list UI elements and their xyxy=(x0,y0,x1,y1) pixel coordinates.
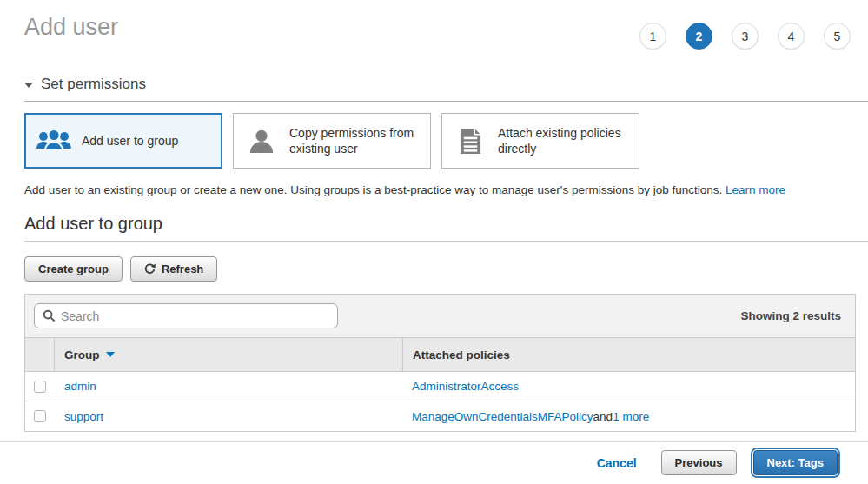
select-all-cell xyxy=(25,338,55,371)
row-checkbox[interactable] xyxy=(34,410,46,422)
search-input[interactable] xyxy=(61,309,329,323)
section-description: Add user to an existing group or create … xyxy=(24,183,856,196)
card-add-user-to-group[interactable]: Add user to group xyxy=(24,113,222,169)
group-column-label: Group xyxy=(64,348,100,361)
column-header-group[interactable]: Group xyxy=(55,338,402,371)
policy-link[interactable]: ManageOwnCredentialsMFAPolicy xyxy=(412,410,593,423)
description-text: Add user to an existing group or create … xyxy=(24,183,726,196)
card-label: Add user to group xyxy=(82,133,178,149)
policy-document-icon xyxy=(451,128,489,155)
row-checkbox-cell xyxy=(25,372,55,401)
group-link[interactable]: support xyxy=(64,410,103,423)
permission-option-cards: Add user to group Copy permissions from … xyxy=(24,113,856,169)
refresh-label: Refresh xyxy=(162,262,203,275)
refresh-icon xyxy=(144,263,156,275)
policies-cell: AdministratorAccess xyxy=(402,372,855,401)
groups-table: Showing 2 results Group Attached policie… xyxy=(24,294,856,432)
and-text: and xyxy=(593,410,613,423)
wizard-footer: Cancel Previous Next: Tags xyxy=(24,442,856,483)
page: Add user 1 2 3 4 5 Set permissions xyxy=(0,14,868,484)
search-icon xyxy=(43,309,56,322)
policies-cell: ManageOwnCredentialsMFAPolicy and 1 more xyxy=(402,401,855,431)
column-header-attached-policies: Attached policies xyxy=(402,338,855,371)
row-checkbox[interactable] xyxy=(34,381,46,393)
group-actions: Create group Refresh xyxy=(24,256,856,282)
step-4: 4 xyxy=(778,23,805,50)
policies-column-label: Attached policies xyxy=(413,348,510,361)
group-link[interactable]: admin xyxy=(64,380,96,393)
step-2-active: 2 xyxy=(686,23,712,50)
step-3: 3 xyxy=(732,23,759,50)
group-cell: support xyxy=(55,401,402,431)
card-copy-permissions[interactable]: Copy permissions from existing user xyxy=(233,113,431,169)
sort-desc-icon xyxy=(106,352,115,357)
set-permissions-title: Set permissions xyxy=(41,76,146,93)
next-tags-button[interactable]: Next: Tags xyxy=(753,450,838,475)
create-group-button[interactable]: Create group xyxy=(24,256,123,282)
refresh-button[interactable]: Refresh xyxy=(130,256,217,282)
set-permissions-toggle[interactable]: Set permissions xyxy=(24,76,868,102)
group-cell: admin xyxy=(55,372,402,401)
table-header-row: Group Attached policies xyxy=(25,337,855,372)
learn-more-link[interactable]: Learn more xyxy=(726,183,785,196)
table-toolbar: Showing 2 results xyxy=(25,295,855,337)
add-user-to-group-heading: Add user to group xyxy=(24,214,868,242)
table-row-support: support ManageOwnCredentialsMFAPolicy an… xyxy=(25,401,855,431)
more-policies-link[interactable]: 1 more xyxy=(613,410,649,423)
card-attach-policies[interactable]: Attach existing policies directly xyxy=(441,113,639,169)
policy-link[interactable]: AdministratorAccess xyxy=(412,380,519,393)
card-label: Attach existing policies directly xyxy=(498,125,630,156)
user-group-icon xyxy=(35,127,73,155)
table-row-admin: admin AdministratorAccess xyxy=(25,372,855,401)
step-indicator: 1 2 3 4 5 xyxy=(639,23,851,50)
row-checkbox-cell xyxy=(25,401,55,431)
step-1: 1 xyxy=(639,23,666,50)
cancel-button[interactable]: Cancel xyxy=(597,456,637,470)
results-count: Showing 2 results xyxy=(740,309,846,322)
previous-button[interactable]: Previous xyxy=(661,450,737,475)
user-icon xyxy=(242,127,281,155)
search-box[interactable] xyxy=(34,303,338,328)
step-5: 5 xyxy=(824,23,851,50)
chevron-down-icon xyxy=(24,83,33,88)
card-label: Copy permissions from existing user xyxy=(289,125,421,156)
